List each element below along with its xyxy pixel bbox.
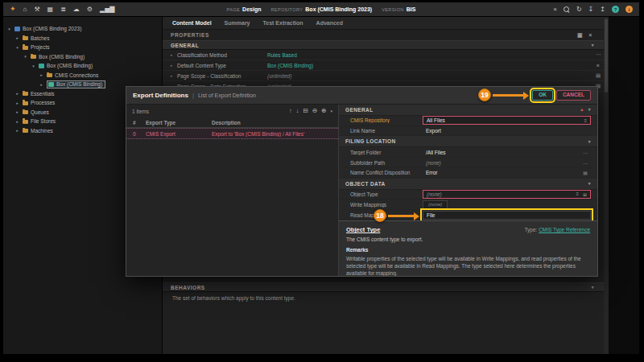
home-icon[interactable]: ⌂	[23, 6, 27, 13]
delete-button[interactable]: ⊟	[303, 108, 308, 114]
refresh-icon[interactable]: ↻	[576, 6, 582, 13]
grid-plus-icon[interactable]: ⊞	[583, 191, 587, 197]
expander-icon[interactable]: ▸	[14, 128, 20, 133]
expander-icon[interactable]: ▸	[171, 74, 177, 78]
chevron-down-icon[interactable]: ▾	[588, 139, 591, 144]
general-section-label: GENERAL	[171, 43, 199, 48]
help-icon[interactable]: ?	[612, 6, 619, 13]
list-icon[interactable]: ▤	[583, 170, 588, 175]
close-panel-icon[interactable]: ×	[588, 32, 592, 39]
menu-icon[interactable]: ≡	[584, 118, 587, 123]
subfolder-path-value[interactable]: (none) ⋯	[423, 158, 591, 167]
property-value-link[interactable]: Box (CMIS Binding)	[267, 63, 594, 68]
remove-item-button[interactable]: ⊖	[312, 108, 317, 114]
export-definition-row-selected[interactable]: 0 CMIS Export Export to 'Box (CMIS Bindi…	[126, 128, 338, 139]
scrollbar-thumb[interactable]	[605, 19, 608, 93]
chevron-down-icon[interactable]: ▾	[592, 43, 601, 47]
tab-advanced[interactable]: Advanced	[316, 20, 343, 26]
tree-item-projects[interactable]: ▾ Projects	[3, 43, 162, 52]
download-icon[interactable]: ↧	[588, 6, 594, 13]
help-type-link[interactable]: CMIS Type Reference	[539, 227, 590, 232]
cancel-button[interactable]: CANCEL	[556, 90, 591, 101]
target-folder-value[interactable]: /All Files ⋯	[423, 148, 591, 157]
expander-icon[interactable]: ▸	[39, 72, 44, 77]
expander-icon[interactable]: ▸	[171, 53, 177, 57]
move-up-button[interactable]: ↑	[289, 108, 292, 114]
property-value-link[interactable]: Rules Based	[267, 52, 594, 58]
search-icon[interactable]	[564, 6, 570, 13]
behaviors-section-header[interactable]: BEHAVIORS ▾	[163, 282, 609, 292]
move-down-button[interactable]: ↓	[296, 108, 299, 114]
subfolder-path-label: Subfolder Path	[350, 160, 423, 166]
tab-content-model[interactable]: Content Model	[172, 20, 212, 26]
row-subfolder-path[interactable]: Subfolder Path (none) ⋯	[339, 158, 597, 168]
expander-icon[interactable]: ▾	[6, 27, 12, 31]
row-link-name[interactable]: Link Name Export	[339, 126, 597, 137]
read-mappings-input[interactable]: File	[423, 211, 591, 220]
apps-icon[interactable]: ▦	[47, 6, 54, 13]
expander-icon[interactable]: ▸	[14, 101, 20, 105]
target-folder-label: Target Folder	[350, 150, 423, 155]
expander-icon[interactable]: ▾	[31, 64, 36, 68]
menu-icon[interactable]: ≡	[576, 191, 579, 196]
ellipsis-icon[interactable]: ⋯	[583, 160, 588, 166]
row-target-folder[interactable]: Target Folder /All Files ⋯	[339, 147, 597, 158]
property-value[interactable]: (unlimited)	[267, 73, 594, 79]
tab-summary[interactable]: Summary	[225, 20, 250, 26]
stats-chart-icon[interactable]: ▂▅▇	[100, 6, 114, 13]
row-object-type[interactable]: Object Type (none) ≡ ⊞	[339, 190, 597, 200]
tools-icon[interactable]: ⚒	[34, 6, 39, 13]
add-item-button[interactable]: ⊕	[321, 108, 326, 114]
tree-item-batches[interactable]: ▸ Batches	[3, 34, 162, 43]
expander-icon[interactable]: ▸	[39, 82, 44, 87]
object-type-input[interactable]: (none) ≡ ⊞	[423, 190, 591, 199]
folder-icon	[23, 36, 28, 40]
property-row-page-scope-classification[interactable]: ▸ Page Scope - Classification (unlimited…	[163, 71, 609, 81]
property-help-panel: Object Type Type: CMIS Type Reference Th…	[339, 220, 597, 276]
ellipsis-icon[interactable]: ⋯	[583, 150, 588, 155]
link-name-label: Link Name	[350, 128, 423, 134]
tree-item-project-folder[interactable]: ▾ Box (CMIS Binding)	[3, 52, 162, 62]
tree-item-root[interactable]: ▾ Box (CMIS Binding 2023)	[3, 24, 162, 34]
cmis-repository-input[interactable]: All Files ≡	[423, 116, 591, 125]
row-name-conflict-disposition[interactable]: Name Conflict Disposition Error ▤	[339, 168, 597, 179]
expander-icon[interactable]: ▸	[14, 119, 20, 124]
expander-icon[interactable]: ▸	[14, 109, 20, 114]
save-icon[interactable]: ▣	[577, 32, 583, 39]
storage-icon[interactable]: ≣	[60, 6, 66, 13]
column-description[interactable]: Description	[212, 120, 338, 125]
tree-item-project[interactable]: ▾ Box (CMIS Binding)	[3, 61, 162, 71]
cloud-icon[interactable]: ☁	[73, 6, 80, 13]
expander-icon[interactable]: ▾	[23, 54, 28, 59]
tree-item-label: Box (CMIS Binding)	[47, 63, 93, 68]
tree-item-cmis-connections[interactable]: ▸ CMIS Connections	[3, 71, 162, 80]
upload-icon[interactable]: ↥	[600, 6, 605, 13]
expander-icon[interactable]: ▾	[14, 45, 20, 50]
row-cmis-repository[interactable]: CMIS Repository All Files ≡	[339, 116, 597, 126]
property-row-classification-method[interactable]: ▸ Classification Method Rules Based ⋯	[163, 50, 609, 60]
link-name-value[interactable]: Export	[423, 126, 591, 135]
export-definition-list-panel: 1 items ↑ ↓ ⊟ ⊖ ⊕ ▾ # Export Type Descri…	[126, 105, 339, 276]
write-mappings-value[interactable]: (none)	[423, 200, 448, 209]
add-dropdown-caret-icon[interactable]: ▾	[330, 109, 332, 113]
tab-test-extraction[interactable]: Test Extraction	[263, 20, 303, 26]
filing-location-group-header[interactable]: FILING LOCATION ▾	[339, 136, 597, 147]
expander-icon[interactable]: ▸	[14, 35, 20, 40]
name-conflict-value[interactable]: Error ▤	[423, 168, 591, 177]
object-data-group-header[interactable]: OBJECT DATA ▾	[339, 179, 597, 190]
property-row-default-content-type[interactable]: ▸ Default Content Type Box (CMIS Binding…	[163, 60, 609, 71]
expander-icon[interactable]: ▸	[14, 91, 20, 96]
settings-gear-icon[interactable]: ⚙	[87, 6, 93, 13]
selected-node-highlight: Box (CMIS Binding)	[47, 80, 105, 88]
expander-icon[interactable]: ▸	[171, 64, 177, 68]
general-section-header[interactable]: GENERAL ▾	[163, 40, 609, 50]
close-icon[interactable]: ×	[553, 6, 557, 13]
ok-button[interactable]: OK	[532, 90, 553, 101]
chevron-down-icon[interactable]: ▾	[588, 107, 591, 112]
chevron-down-icon[interactable]: ▾	[592, 285, 601, 290]
chevron-down-icon[interactable]: ▾	[588, 181, 591, 186]
column-export-type[interactable]: Export Type	[146, 120, 212, 125]
general-group-header[interactable]: GENERAL ▲ ▾	[339, 105, 597, 116]
column-index[interactable]: #	[126, 120, 146, 125]
info-icon[interactable]: i	[625, 6, 633, 13]
